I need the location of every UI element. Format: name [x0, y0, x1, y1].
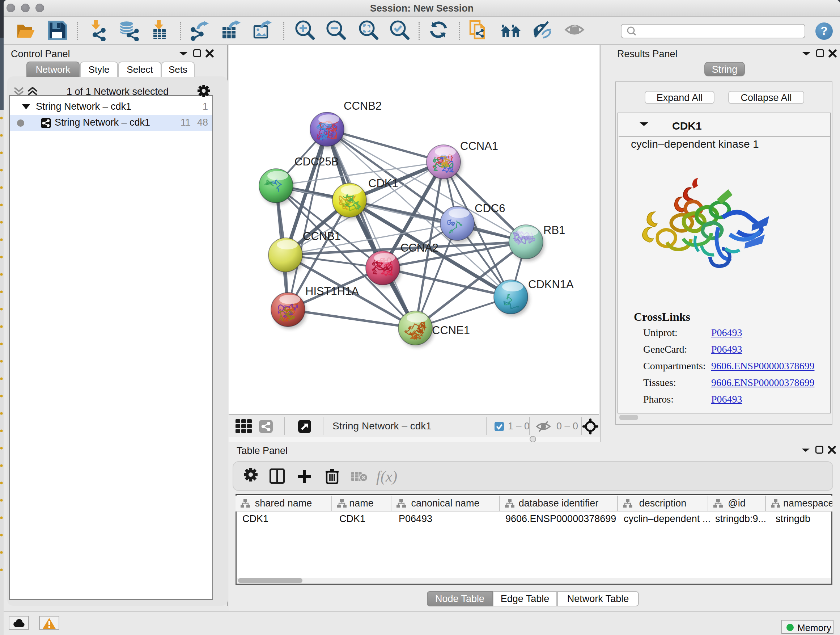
svg-text:HIST1H1A: HIST1H1A — [305, 285, 359, 298]
svg-text:CCNE1: CCNE1 — [432, 324, 470, 337]
svg-text:CCNB1: CCNB1 — [303, 230, 341, 242]
svg-text:CDC6: CDC6 — [475, 202, 505, 215]
svg-text:RB1: RB1 — [543, 224, 565, 236]
svg-text:CDC25B: CDC25B — [294, 155, 339, 168]
svg-text:CDKN1A: CDKN1A — [528, 278, 574, 291]
svg-text:CCNB2: CCNB2 — [344, 100, 382, 112]
svg-text:CDK1: CDK1 — [368, 177, 398, 190]
svg-text:CCNA2: CCNA2 — [401, 241, 439, 254]
svg-text:CCNA1: CCNA1 — [460, 140, 498, 152]
